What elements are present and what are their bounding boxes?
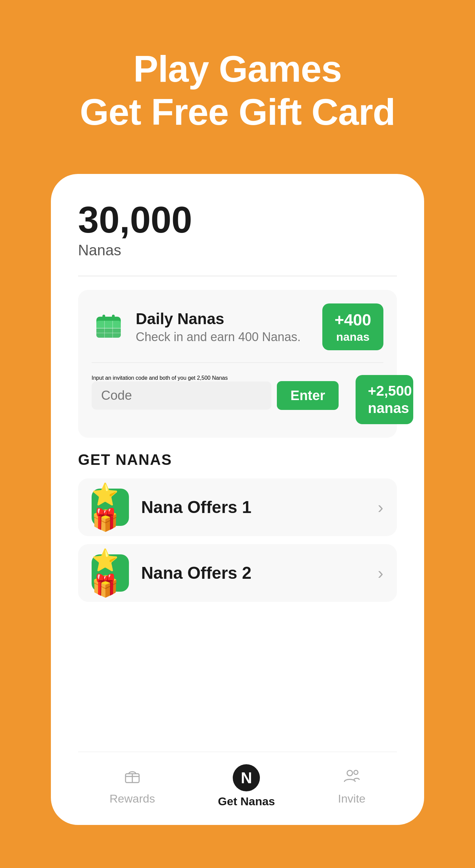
svg-rect-8 (102, 315, 105, 320)
offer-item-2[interactable]: ⭐🎁 Nana Offers 2 › (78, 544, 397, 602)
daily-nanas-row: Daily Nanas Check in and earn 400 Nanas.… (92, 303, 383, 350)
invite-nanas-button[interactable]: +2,500 nanas (356, 375, 413, 424)
svg-rect-3 (96, 321, 121, 338)
get-nanas-label: Get Nanas (218, 795, 275, 808)
spacer (78, 610, 397, 752)
invite-left: Input an invitation code and both of you… (92, 375, 339, 410)
invite-description: Input an invitation code and both of you… (92, 375, 339, 381)
daily-text-block: Daily Nanas Check in and earn 400 Nanas. (136, 310, 301, 344)
get-nanas-icon: N (233, 764, 260, 791)
offer-item-1[interactable]: ⭐🎁 Nana Offers 1 › (78, 478, 397, 536)
daily-nanas-button[interactable]: +400 nanas (322, 303, 383, 350)
offer-icon-2: ⭐🎁 (92, 554, 129, 592)
invite-icon (343, 767, 361, 789)
nav-invite[interactable]: Invite (338, 767, 365, 805)
code-input-wrap: Enter (92, 381, 339, 410)
phone-card: 30,000 Nanas (51, 174, 424, 825)
daily-nanas-subtitle: Check in and earn 400 Nanas. (136, 330, 301, 344)
svg-point-13 (347, 770, 353, 776)
hero-title: Play Games Get Free Gift Card (80, 47, 395, 133)
invite-label: Invite (338, 792, 365, 805)
svg-point-14 (354, 770, 358, 774)
bottom-nav: Rewards N Get Nanas Invite (78, 752, 397, 825)
chevron-icon-2: › (378, 563, 383, 583)
chevron-icon-1: › (378, 497, 383, 517)
inner-divider (92, 362, 383, 363)
nav-rewards[interactable]: Rewards (110, 767, 155, 805)
calendar-icon (92, 310, 126, 344)
code-input[interactable] (92, 381, 271, 410)
daily-nanas-title: Daily Nanas (136, 310, 301, 328)
divider (78, 276, 397, 276)
enter-button[interactable]: Enter (277, 381, 339, 410)
offer-icon-1: ⭐🎁 (92, 489, 129, 526)
daily-nanas-left: Daily Nanas Check in and earn 400 Nanas. (92, 310, 301, 344)
get-nanas-header: GET NANAS (78, 451, 397, 468)
nav-get-nanas[interactable]: N Get Nanas (218, 764, 275, 808)
offer-name-1: Nana Offers 1 (141, 497, 378, 517)
svg-rect-9 (112, 315, 115, 320)
offer-name-2: Nana Offers 2 (141, 563, 378, 583)
rewards-label: Rewards (110, 792, 155, 805)
invite-combined-row: Input an invitation code and both of you… (92, 375, 383, 424)
nanas-count: 30,000 (78, 201, 397, 238)
rewards-section: Daily Nanas Check in and earn 400 Nanas.… (78, 290, 397, 438)
nanas-label: Nanas (78, 242, 397, 259)
rewards-icon (124, 767, 141, 789)
